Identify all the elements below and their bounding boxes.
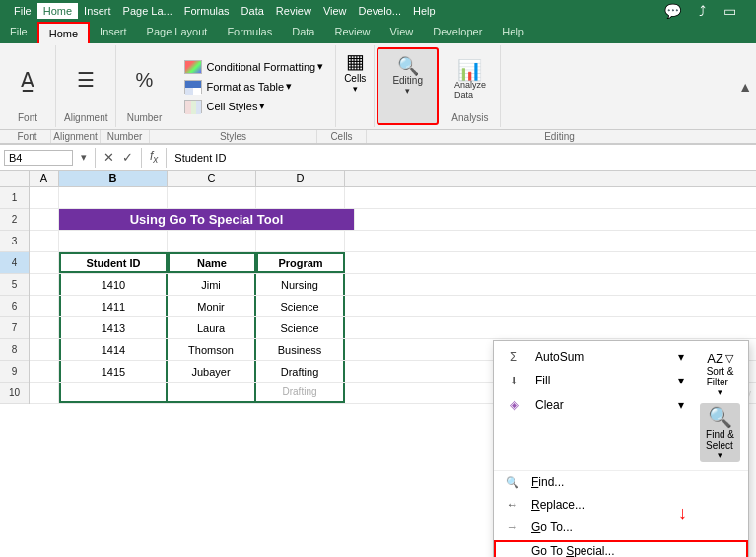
tab-file[interactable]: File [0, 22, 37, 43]
analyze-button[interactable]: 📊 AnalyzeData [448, 56, 492, 104]
autosum-btn[interactable]: Σ AutoSum ▾ [498, 345, 696, 368]
cell-c7[interactable]: Laura [168, 317, 256, 338]
cell-b8[interactable]: 1414 [59, 339, 168, 360]
cell-reference-input[interactable] [4, 150, 73, 166]
font-icon: A̲ [21, 70, 34, 90]
cell-a5[interactable] [30, 274, 59, 295]
cell-a9[interactable] [30, 361, 59, 382]
menu-help[interactable]: Help [407, 3, 442, 19]
cell-b6[interactable]: 1411 [59, 296, 168, 316]
row-9: 9 [0, 361, 29, 383]
cell-a8[interactable] [30, 339, 59, 360]
cell-c5[interactable]: Jimi [168, 274, 256, 295]
tab-insert[interactable]: Insert [90, 22, 137, 43]
cell-c1[interactable] [168, 187, 256, 208]
dropdown-icon[interactable]: ▾ [81, 151, 87, 164]
cell-title[interactable]: Using Go To Special Tool [59, 209, 355, 230]
cells-label: Cells [344, 73, 366, 84]
cell-b4[interactable]: Student ID [59, 252, 168, 273]
cell-a10[interactable] [30, 383, 59, 403]
menu-home[interactable]: Home [37, 3, 78, 19]
icon-comment[interactable]: 💬 [658, 1, 687, 21]
number-group: % Number [116, 45, 172, 127]
cell-c8[interactable]: Thomson [168, 339, 256, 360]
cell-b3[interactable] [59, 231, 168, 251]
tab-home[interactable]: Home [37, 22, 90, 43]
tab-data[interactable]: Data [282, 22, 324, 43]
fill-btn[interactable]: ⬇ Fill ▾ [498, 370, 696, 391]
conditional-formatting-btn[interactable]: Conditional Formatting ▾ [180, 58, 327, 76]
cell-d4[interactable]: Program [256, 252, 345, 273]
find-item[interactable]: 🔍 Find... [494, 471, 748, 493]
tab-formulas[interactable]: Formulas [217, 22, 282, 43]
format-as-table-btn[interactable]: Format as Table ▾ [180, 78, 327, 96]
menu-developer[interactable]: Develo... [353, 3, 407, 19]
tab-view[interactable]: View [380, 22, 424, 43]
cell-b10[interactable] [59, 383, 168, 403]
editing-arrow: ▾ [405, 86, 410, 96]
clear-btn[interactable]: ◈ Clear ▾ [498, 393, 696, 416]
menu-file[interactable]: File [8, 3, 37, 19]
cancel-icon[interactable]: ✕ [100, 150, 118, 165]
tab-developer[interactable]: Developer [423, 22, 492, 43]
tab-help[interactable]: Help [492, 22, 534, 43]
confirm-icon[interactable]: ✓ [118, 150, 137, 165]
editing-button[interactable]: 🔍 Editing ▾ [386, 53, 429, 100]
cell-a6[interactable] [30, 296, 59, 316]
cell-d6[interactable]: Science [256, 296, 345, 316]
col-header-b[interactable]: B [59, 171, 168, 186]
menu-insert[interactable]: Insert [78, 3, 117, 19]
find-select-arrow: ▾ [718, 451, 722, 460]
menu-review[interactable]: Review [270, 3, 317, 19]
cell-a1[interactable] [30, 187, 59, 208]
fill-label: Fill [535, 374, 550, 387]
cell-d9[interactable]: Drafting [256, 361, 345, 382]
cell-d5[interactable]: Nursing [256, 274, 345, 295]
tab-pagelayout[interactable]: Page Layout [137, 22, 218, 43]
col-header-d[interactable]: D [256, 171, 345, 186]
sort-filter-arrow: ▾ [718, 387, 722, 397]
col-header-c[interactable]: C [168, 171, 256, 186]
cell-b1[interactable] [59, 187, 168, 208]
menu-data[interactable]: Data [236, 3, 270, 19]
analyze-icon: 📊 [457, 60, 482, 80]
cells-button[interactable]: ▦ Cells ▾ [344, 49, 366, 94]
replace-item[interactable]: ↔ Replace... [494, 493, 748, 516]
cell-c10[interactable] [168, 383, 256, 403]
cell-a3[interactable] [30, 231, 59, 251]
cell-a4[interactable] [30, 252, 59, 273]
number-button[interactable]: % [124, 66, 164, 94]
cell-b5[interactable]: 1410 [59, 274, 168, 295]
cell-b9[interactable]: 1415 [59, 361, 168, 382]
sort-filter-btn[interactable]: AZ ▽ Sort &Filter ▾ [701, 349, 740, 399]
alignment-button[interactable]: ☰ [66, 66, 105, 94]
cell-b7[interactable]: 1413 [59, 317, 168, 338]
cells-icon: ▦ [346, 49, 365, 73]
menu-formulas[interactable]: Formulas [178, 3, 236, 19]
fill-arrow: ▾ [678, 374, 684, 387]
collapse-ribbon[interactable]: ▲ [738, 45, 756, 127]
cell-d10[interactable]: Drafting [256, 383, 345, 403]
cell-d7[interactable]: Science [256, 317, 345, 338]
cell-d8[interactable]: Business [256, 339, 345, 360]
cell-a2[interactable] [30, 209, 59, 230]
col-header-a[interactable]: A [30, 171, 59, 186]
format-table-label: Format as Table [206, 81, 284, 93]
tab-review[interactable]: Review [324, 22, 379, 43]
cell-d3[interactable] [256, 231, 345, 251]
menu-view[interactable]: View [317, 3, 353, 19]
cell-styles-btn[interactable]: Cell Styles ▾ [180, 98, 327, 115]
cell-c3[interactable] [168, 231, 256, 251]
cell-c4[interactable]: Name [168, 252, 256, 273]
icon-share[interactable]: ⤴ [693, 1, 712, 21]
goto-item[interactable]: → Go To... [494, 516, 748, 538]
goto-special-item[interactable]: Go To Special... [494, 540, 748, 557]
menu-pagelayout[interactable]: Page La... [117, 3, 178, 19]
font-button[interactable]: A̲ [8, 66, 47, 94]
cell-a7[interactable] [30, 317, 59, 338]
cell-c9[interactable]: Jubayer [168, 361, 256, 382]
find-select-btn[interactable]: 🔍 Find &Select ▾ [700, 403, 740, 462]
cell-c6[interactable]: Monir [168, 296, 256, 316]
icon-minimize[interactable]: ▭ [718, 1, 742, 21]
cell-d1[interactable] [256, 187, 345, 208]
